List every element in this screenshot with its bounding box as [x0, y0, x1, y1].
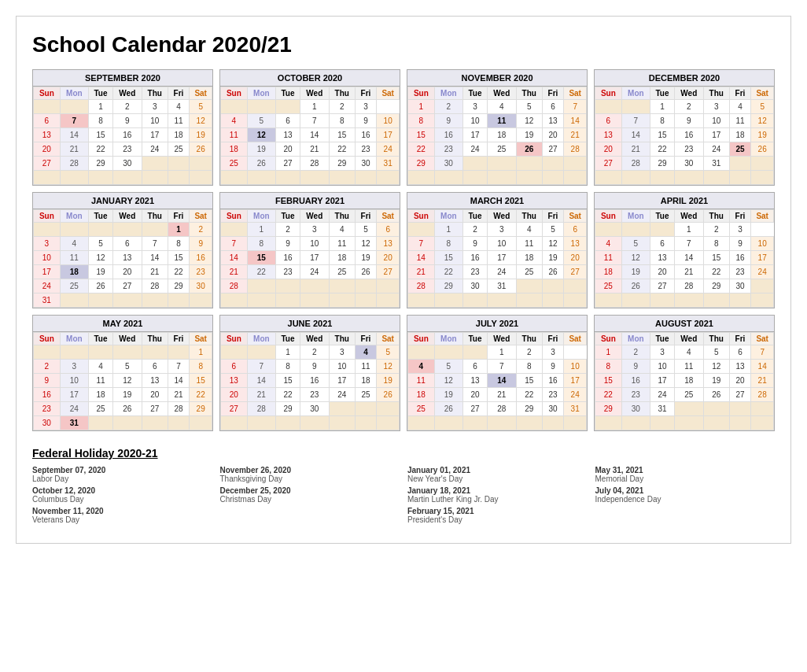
day-cell: 20 — [650, 265, 675, 279]
holiday-name: Memorial Day — [595, 474, 776, 483]
day-cell: 3 — [60, 360, 88, 374]
month-title: AUGUST 2021 — [595, 316, 774, 332]
day-cell — [487, 171, 516, 185]
day-cell: 19 — [190, 128, 212, 142]
day-cell — [190, 416, 212, 430]
day-cell: 28 — [221, 279, 248, 294]
day-cell: 31 — [703, 157, 729, 171]
day-cell — [729, 294, 751, 308]
day-cell: 28 — [142, 279, 168, 294]
day-header: Tue — [276, 210, 300, 223]
day-cell: 13 — [377, 237, 400, 251]
day-cell: 1 — [247, 223, 275, 237]
day-cell: 16 — [674, 128, 703, 142]
day-cell: 28 — [60, 157, 88, 171]
day-cell — [377, 402, 400, 416]
day-cell: 24 — [650, 388, 675, 402]
day-header: Sun — [34, 87, 61, 100]
month-title: MARCH 2021 — [407, 193, 587, 209]
day-cell: 6 — [221, 360, 248, 374]
day-header: Fri — [355, 333, 377, 345]
day-cell: 18 — [60, 265, 88, 279]
day-cell: 9 — [434, 114, 462, 128]
day-cell: 18 — [487, 128, 516, 142]
day-header: Fri — [355, 87, 377, 100]
day-cell — [377, 171, 400, 185]
day-cell: 20 — [542, 128, 564, 142]
day-cell: 25 — [595, 279, 622, 294]
day-cell: 27 — [650, 279, 675, 294]
day-cell: 4 — [516, 223, 542, 237]
day-cell — [377, 416, 400, 430]
day-cell: 30 — [463, 279, 488, 294]
day-cell: 9 — [112, 114, 142, 128]
day-cell: 30 — [112, 157, 142, 171]
holiday-entry: October 12, 2020Columbus Day — [32, 486, 212, 504]
day-cell — [542, 279, 564, 294]
day-cell: 11 — [516, 237, 542, 251]
day-cell: 2 — [516, 345, 542, 360]
day-header: Fri — [168, 87, 190, 100]
day-cell: 23 — [190, 265, 212, 279]
holiday-entry: November 26, 2020Thanksgiving Day — [220, 466, 400, 483]
day-cell: 9 — [542, 360, 564, 374]
day-cell: 11 — [487, 114, 516, 128]
day-cell: 26 — [89, 279, 113, 294]
day-cell — [434, 171, 462, 185]
day-cell — [595, 294, 622, 308]
month-block: JULY 2021SunMonTueWedThuFriSat1234567891… — [407, 315, 588, 431]
day-cell: 27 — [112, 279, 142, 294]
page-title: School Calendar 2020/21 — [32, 32, 775, 57]
day-cell: 17 — [487, 251, 516, 265]
day-cell: 27 — [729, 388, 751, 402]
month-title: MAY 2021 — [33, 316, 212, 332]
day-cell — [112, 345, 142, 360]
day-cell: 27 — [276, 157, 300, 171]
day-cell: 28 — [168, 402, 190, 416]
day-cell: 7 — [751, 345, 774, 360]
day-cell — [89, 171, 113, 185]
day-cell — [674, 294, 703, 308]
day-cell — [650, 223, 675, 237]
day-cell — [542, 294, 564, 308]
day-cell: 19 — [542, 251, 564, 265]
day-cell — [60, 223, 88, 237]
day-cell: 27 — [463, 402, 488, 416]
day-cell: 2 — [112, 100, 142, 114]
day-cell: 14 — [621, 128, 650, 142]
day-cell: 10 — [703, 114, 729, 128]
day-header: Sat — [377, 333, 400, 345]
day-cell: 3 — [487, 223, 516, 237]
day-cell: 6 — [112, 237, 142, 251]
day-cell: 20 — [564, 251, 587, 265]
day-cell — [60, 100, 88, 114]
day-cell: 2 — [703, 223, 729, 237]
day-cell: 31 — [60, 416, 88, 430]
holiday-entry: May 31, 2021Memorial Day — [595, 466, 776, 483]
month-table: SunMonTueWedThuFriSat1234567891011121314… — [33, 209, 212, 308]
day-cell: 7 — [674, 237, 703, 251]
day-header: Wed — [112, 333, 142, 345]
day-header: Wed — [300, 87, 329, 100]
day-cell — [621, 223, 650, 237]
month-title: JUNE 2021 — [220, 316, 400, 332]
day-cell: 29 — [168, 279, 190, 294]
day-cell — [89, 416, 113, 430]
day-cell: 29 — [89, 157, 113, 171]
day-header: Sat — [564, 210, 587, 223]
day-cell: 21 — [221, 265, 248, 279]
day-cell: 18 — [516, 251, 542, 265]
day-cell — [89, 294, 113, 308]
day-cell: 13 — [142, 374, 168, 388]
day-header: Tue — [650, 333, 675, 345]
day-cell — [434, 345, 462, 360]
day-header: Sat — [377, 87, 400, 100]
day-header: Fri — [355, 210, 377, 223]
month-table: SunMonTueWedThuFriSat1234567891011121314… — [220, 209, 400, 308]
day-cell: 13 — [542, 114, 564, 128]
day-cell: 24 — [142, 142, 168, 157]
day-cell: 24 — [564, 388, 587, 402]
day-cell: 22 — [247, 265, 275, 279]
day-cell: 18 — [329, 251, 355, 265]
day-cell: 30 — [190, 279, 212, 294]
